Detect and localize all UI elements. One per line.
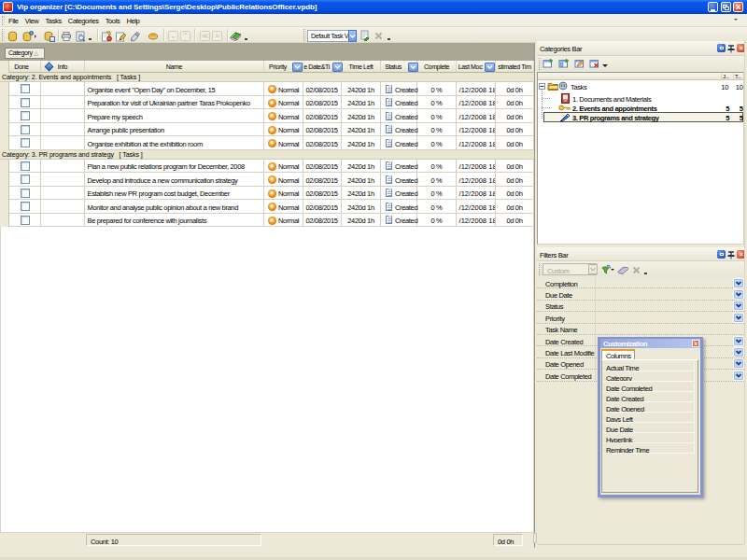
svg-text:≪: ≪ — [201, 32, 208, 40]
svg-text:⌄: ⌄ — [170, 32, 176, 40]
svg-text:⌃: ⌃ — [182, 32, 188, 40]
